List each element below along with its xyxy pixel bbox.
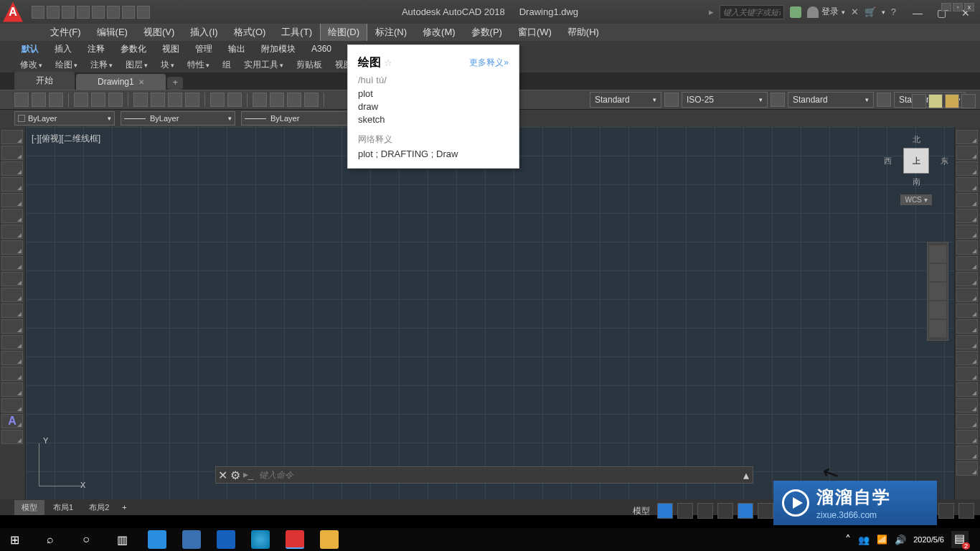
start-button[interactable]: ⊞	[4, 529, 24, 550]
ellipse-icon[interactable]	[1, 256, 23, 270]
tray-up-icon[interactable]: ˄	[845, 533, 851, 547]
taskbar-app-4[interactable]	[251, 530, 270, 549]
qat-undo-icon[interactable]	[107, 6, 120, 19]
chamfer-icon[interactable]	[956, 335, 978, 349]
menu-format[interactable]: 格式(O)	[227, 24, 273, 41]
ribbon-tab-annotate[interactable]: 注释	[80, 42, 112, 57]
wcs-label[interactable]: WCS ▾	[900, 194, 931, 205]
pan-icon[interactable]	[253, 93, 267, 107]
nav-pan-icon[interactable]	[929, 264, 946, 281]
circle-icon[interactable]	[1, 225, 23, 239]
ribbon-tab-parametric[interactable]: 参数化	[113, 42, 154, 57]
gradient-icon[interactable]	[1, 367, 23, 381]
preview-icon[interactable]	[91, 93, 105, 107]
3dosnap-icon[interactable]	[758, 503, 773, 519]
zoom-window-icon[interactable]	[287, 93, 301, 107]
copy-icon[interactable]	[151, 93, 165, 107]
scale-icon[interactable]	[956, 240, 978, 255]
fillet-icon[interactable]	[956, 351, 978, 365]
offset-icon[interactable]	[956, 177, 978, 192]
trim-icon[interactable]	[956, 272, 978, 286]
line-icon[interactable]	[1, 130, 23, 144]
redo-icon[interactable]	[227, 93, 242, 107]
taskview-icon[interactable]: ▥	[112, 529, 132, 550]
copy-modify-icon[interactable]	[956, 146, 978, 160]
arc-icon[interactable]	[1, 209, 23, 223]
ribbon-tab-addins[interactable]: 附加模块	[254, 42, 303, 57]
viewcube-north[interactable]: 北	[884, 134, 948, 145]
login-button[interactable]: 登录 ▾	[807, 6, 845, 18]
layout-tab-model[interactable]: 模型	[14, 500, 44, 515]
cart-icon[interactable]: 🛒	[864, 6, 876, 17]
mtext-icon[interactable]	[1, 430, 23, 444]
m4-icon[interactable]	[956, 430, 978, 444]
app-logo[interactable]: A	[3, 2, 23, 22]
open-icon[interactable]	[32, 93, 46, 107]
panel-draw[interactable]: 绘图▾	[50, 57, 83, 72]
rect-icon[interactable]	[1, 193, 23, 207]
snap-toggle-icon[interactable]	[677, 503, 693, 519]
cortana-icon[interactable]: ○	[76, 529, 96, 550]
doc-tab-start[interactable]: 开始	[14, 72, 75, 90]
doc-min-icon[interactable]: _	[941, 3, 951, 11]
grid-toggle-icon[interactable]	[657, 503, 673, 519]
break-icon[interactable]	[956, 303, 978, 318]
ellipse-arc-icon[interactable]	[1, 272, 23, 286]
undo-icon[interactable]	[210, 93, 225, 107]
nav-orbit-icon[interactable]	[929, 301, 946, 319]
viewcube-top-face[interactable]: 上	[903, 148, 929, 174]
ribbon-tab-a360[interactable]: A360	[304, 42, 339, 55]
new-icon[interactable]	[14, 93, 29, 107]
tray-network-icon[interactable]: 📶	[877, 534, 887, 545]
status-model-button[interactable]: 模型	[630, 505, 653, 517]
command-line[interactable]: ✕ ⚙ ▸_ ▴	[215, 466, 753, 484]
m1-icon[interactable]	[956, 382, 978, 397]
lock-icon[interactable]	[961, 94, 976, 108]
notification-icon[interactable]: ▤2	[951, 531, 969, 548]
m5-icon[interactable]	[956, 446, 978, 460]
point-icon[interactable]	[1, 335, 23, 349]
favorite-star-icon[interactable]: ☆	[384, 57, 392, 68]
cmd-recent-icon[interactable]: ▴	[740, 468, 753, 481]
extra1-icon[interactable]	[912, 94, 926, 108]
spline-icon[interactable]	[1, 240, 23, 255]
linetype-dropdown[interactable]: ByLayer▾	[121, 111, 235, 126]
mirror-icon[interactable]	[956, 161, 978, 176]
exchange-icon[interactable]: ✕	[851, 6, 859, 17]
qat-new-icon[interactable]	[32, 6, 44, 19]
cut-icon[interactable]	[133, 93, 148, 107]
taskbar-app-2[interactable]	[182, 530, 201, 549]
menu-tools[interactable]: 工具(T)	[274, 24, 319, 41]
viewcube-east[interactable]: 东	[941, 156, 948, 166]
m3-icon[interactable]	[956, 414, 978, 428]
viewcube-south[interactable]: 南	[884, 176, 948, 187]
panel-layer[interactable]: 图层▾	[120, 57, 154, 72]
save-icon[interactable]	[49, 93, 63, 107]
drawing-canvas[interactable]: [-][俯视][二维线框] Y X ↖ 北 西 上 东 南 WCS ▾	[26, 127, 954, 499]
menu-view[interactable]: 视图(V)	[136, 24, 182, 41]
paste-icon[interactable]	[168, 93, 182, 107]
polyline-icon[interactable]	[1, 146, 23, 160]
doc-tab-add-button[interactable]: +	[167, 77, 183, 90]
taskbar-autocad[interactable]	[286, 530, 304, 549]
nav-zoom-icon[interactable]	[929, 283, 946, 300]
qat-save-icon[interactable]	[62, 6, 75, 19]
tray-volume-icon[interactable]: 🔊	[895, 534, 906, 545]
table-icon[interactable]	[771, 93, 785, 107]
menu-window[interactable]: 窗口(W)	[511, 24, 559, 41]
panel-group[interactable]: 组	[217, 57, 237, 72]
table-tool-icon[interactable]	[1, 398, 23, 413]
publish-icon[interactable]	[108, 93, 123, 107]
ortho-toggle-icon[interactable]	[697, 503, 713, 519]
search-arrow-icon[interactable]: ▸	[709, 6, 714, 17]
taskbar-explorer[interactable]	[320, 530, 339, 549]
ribbon-tab-default[interactable]: 默认	[14, 42, 46, 57]
sun-icon[interactable]	[945, 94, 959, 108]
textstyle-dropdown[interactable]: Standard▾	[590, 92, 661, 108]
menu-help[interactable]: 帮助(H)	[560, 24, 606, 41]
ribbon-tab-manage[interactable]: 管理	[188, 42, 220, 57]
insert-block-icon[interactable]	[1, 303, 23, 318]
m6-icon[interactable]	[956, 461, 978, 476]
doc-restore-icon[interactable]: ▫	[953, 3, 963, 11]
layout-add-button[interactable]: +	[118, 501, 131, 513]
